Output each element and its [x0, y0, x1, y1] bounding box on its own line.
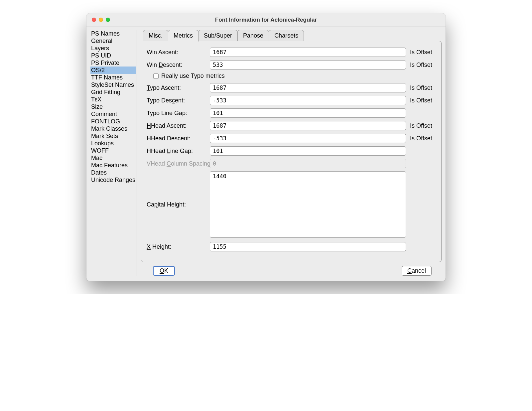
- sidebar-item-dates[interactable]: Dates: [90, 169, 136, 176]
- tab-charsets[interactable]: Charsets: [269, 30, 304, 41]
- offset-typo-ascent[interactable]: Is Offset: [406, 84, 436, 91]
- sidebar-item-mac[interactable]: Mac: [90, 154, 136, 162]
- input-win-ascent[interactable]: [210, 48, 406, 57]
- sidebar-item-general[interactable]: General: [90, 37, 136, 45]
- titlebar: Font Information for Aclonica-Regular: [86, 13, 446, 27]
- row-hhead-descent: HHead Descent: Is Offset: [147, 133, 436, 143]
- label-typo-ascent: Typo Ascent:: [147, 84, 210, 91]
- sidebar-item-grid-fitting[interactable]: Grid Fitting: [90, 88, 136, 96]
- sidebar-item-woff[interactable]: WOFF: [90, 147, 136, 154]
- content: PS NamesGeneralLayersPS UIDPS PrivateOS/…: [86, 27, 446, 281]
- tab-misc-[interactable]: Misc.: [143, 30, 168, 41]
- input-typo-ascent[interactable]: [210, 83, 406, 92]
- input-x-height[interactable]: [210, 242, 406, 251]
- tab-panel-metrics: Win Ascent: Is Offset Win Descent: Is Of…: [141, 41, 442, 262]
- sidebar-item-lookups[interactable]: Lookups: [90, 140, 136, 147]
- checkbox-really-use-typo[interactable]: [153, 73, 159, 79]
- sidebar-item-size[interactable]: Size: [90, 103, 136, 110]
- tab-panose[interactable]: Panose: [237, 30, 269, 41]
- label-vhead-colspacing: VHead Column Spacing:: [147, 160, 210, 167]
- input-typo-descent[interactable]: [210, 96, 406, 105]
- label-hhead-linegap: HHead Line Gap:: [147, 148, 210, 155]
- row-typo-descent: Typo Descent: Is Offset: [147, 95, 436, 105]
- tab-sub-super[interactable]: Sub/Super: [198, 30, 238, 41]
- sidebar-item-mark-sets[interactable]: Mark Sets: [90, 132, 136, 140]
- ok-button[interactable]: OK: [153, 266, 175, 276]
- sidebar-item-comment[interactable]: Comment: [90, 110, 136, 118]
- label-x-height: X Height:: [147, 243, 210, 250]
- offset-hhead-descent[interactable]: Is Offset: [406, 135, 436, 142]
- spacer: [406, 171, 436, 238]
- label-capital-height: Capital Height:: [147, 171, 210, 238]
- label-win-descent: Win Descent:: [147, 62, 210, 68]
- row-win-ascent: Win Ascent: Is Offset: [147, 47, 436, 57]
- row-x-height: X Height:: [147, 242, 436, 252]
- input-vhead-colspacing: [210, 159, 406, 168]
- label-win-ascent: Win Ascent:: [147, 49, 210, 56]
- row-typo-ascent: Typo Ascent: Is Offset: [147, 83, 436, 93]
- label-typo-descent: Typo Descent:: [147, 97, 210, 104]
- input-hhead-linegap[interactable]: [210, 146, 406, 156]
- input-win-descent[interactable]: [210, 60, 406, 69]
- sidebar-item-ttf-names[interactable]: TTF Names: [90, 74, 136, 81]
- sidebar-item-mac-features[interactable]: Mac Features: [90, 162, 136, 169]
- label-hhead-descent: HHead Descent:: [147, 135, 210, 142]
- sidebar-item-fontlog[interactable]: FONTLOG: [90, 118, 136, 125]
- sidebar-item-ps-private[interactable]: PS Private: [90, 59, 136, 67]
- offset-win-ascent[interactable]: Is Offset: [406, 49, 436, 56]
- main-panel: Misc.MetricsSub/SuperPanoseCharsets Win …: [137, 30, 442, 276]
- tab-metrics[interactable]: Metrics: [168, 30, 199, 42]
- row-win-descent: Win Descent: Is Offset: [147, 60, 436, 70]
- row-capital-height: Capital Height:: [147, 171, 436, 238]
- tabs: Misc.MetricsSub/SuperPanoseCharsets: [143, 30, 442, 41]
- sidebar-item-layers[interactable]: Layers: [90, 45, 136, 52]
- sidebar-item-unicode-ranges[interactable]: Unicode Ranges: [90, 176, 136, 184]
- label-hhead-ascent: HHead Ascent:: [147, 122, 210, 129]
- sidebar-item-os-2[interactable]: OS/2: [90, 67, 136, 74]
- input-hhead-ascent[interactable]: [210, 121, 406, 130]
- sidebar-item-ps-names[interactable]: PS Names: [90, 30, 136, 37]
- row-really-use-typo[interactable]: Really use Typo metrics: [153, 72, 436, 79]
- sidebar-item-ps-uid[interactable]: PS UID: [90, 52, 136, 59]
- label-really-use-typo: Really use Typo metrics: [161, 72, 225, 79]
- input-capital-height[interactable]: [210, 171, 406, 238]
- row-vhead-colspacing: VHead Column Spacing:: [147, 159, 436, 169]
- sidebar-item-styleset-names[interactable]: StyleSet Names: [90, 81, 136, 88]
- window-title: Font Information for Aclonica-Regular: [86, 17, 446, 23]
- sidebar-item-mark-classes[interactable]: Mark Classes: [90, 125, 136, 132]
- sidebar: PS NamesGeneralLayersPS UIDPS PrivateOS/…: [90, 30, 137, 276]
- dialog-footer: OK Cancel: [141, 262, 442, 276]
- offset-hhead-ascent[interactable]: Is Offset: [406, 122, 436, 129]
- offset-typo-descent[interactable]: Is Offset: [406, 97, 436, 104]
- input-typo-linegap[interactable]: [210, 108, 406, 118]
- input-hhead-descent[interactable]: [210, 134, 406, 143]
- row-hhead-ascent: HHead Ascent: Is Offset: [147, 121, 436, 131]
- label-typo-linegap: Typo Line Gap:: [147, 110, 210, 117]
- dialog-window: Font Information for Aclonica-Regular PS…: [86, 13, 446, 281]
- cancel-button[interactable]: Cancel: [402, 266, 432, 276]
- tabs-wrap: Misc.MetricsSub/SuperPanoseCharsets Win …: [141, 30, 442, 262]
- row-typo-linegap: Typo Line Gap:: [147, 108, 436, 118]
- row-hhead-linegap: HHead Line Gap:: [147, 146, 436, 156]
- offset-win-descent[interactable]: Is Offset: [406, 62, 436, 68]
- sidebar-item-t-x[interactable]: TεX: [90, 96, 136, 103]
